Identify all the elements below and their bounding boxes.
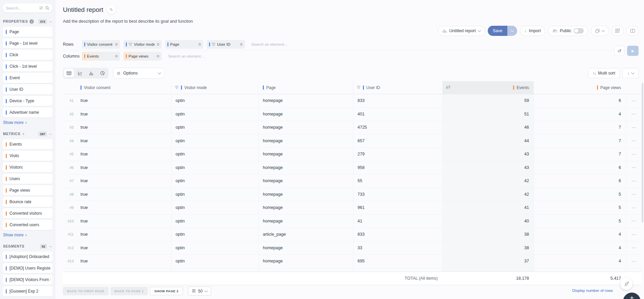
chip-visitor-consent[interactable]: Visitor consent⚙ (82, 40, 120, 49)
sidebar-item-adoption-onboarded-us[interactable]: [Adoption] Onboarded us... (3, 252, 52, 262)
chip-events[interactable]: Events⚙ (82, 52, 120, 61)
save-options-button[interactable] (507, 26, 517, 36)
filter-sliders-icon[interactable] (39, 6, 43, 10)
sidebar-item-click-1st-level[interactable]: Click - 1st level (3, 61, 52, 71)
chip-page-views[interactable]: Page views⚙ (123, 52, 162, 61)
gear-icon[interactable]: ⚙ (198, 42, 201, 47)
sidebar-item-user-id[interactable]: User ID (3, 84, 52, 94)
report-selector[interactable]: Untitled report (438, 26, 485, 36)
sidebar-item-events[interactable]: Events (3, 139, 52, 149)
rows-search-input[interactable]: Search an element... (251, 42, 287, 46)
back-to-page-1-button[interactable]: BACK TO PAGE 1 (111, 287, 148, 295)
table-row[interactable]: #6trueoptinhomepage958436⋯ (63, 161, 641, 174)
save-button[interactable]: Save (488, 26, 508, 36)
table-row[interactable]: #10trueoptinhomepage41405⋯ (63, 214, 641, 228)
table-row[interactable]: #13trueoptinhomepage695374⋯ (63, 254, 641, 268)
sidebar-item-device-type[interactable]: Device - Type (3, 96, 52, 106)
row-menu-button[interactable]: ⋯ (626, 201, 641, 214)
gear-icon[interactable]: ⚙ (156, 54, 160, 59)
show-page-2-button[interactable]: SHOW PAGE 2 (150, 287, 183, 295)
table-view-button[interactable] (64, 69, 74, 78)
table-row[interactable]: #1trueoptinhomepage833596⋯ (63, 94, 641, 107)
row-menu-button[interactable]: ⋯ (626, 94, 641, 107)
table-row[interactable]: #7trueoptinhomepage55426⋯ (63, 174, 641, 188)
col-header-visitor-mode[interactable]: Visitor mode (171, 81, 258, 94)
row-menu-button[interactable]: ⋯ (626, 255, 641, 268)
gear-icon[interactable]: ⚙ (239, 42, 243, 47)
row-menu-button[interactable]: ⋯ (626, 148, 641, 161)
vertical-scrollbar[interactable] (642, 83, 643, 222)
gear-icon[interactable]: ⚙ (115, 54, 118, 59)
row-menu-button[interactable]: ⋯ (626, 215, 641, 228)
show-more-link[interactable]: Show more› (3, 120, 52, 125)
pie-chart-view-button[interactable] (97, 69, 108, 78)
options-dropdown[interactable]: ⚙ Options (113, 68, 164, 79)
search-icon[interactable] (45, 6, 49, 10)
table-row[interactable]: #2trueoptinhomepage401514⋯ (63, 107, 641, 121)
sidebar-item-click[interactable]: Click (3, 50, 52, 60)
back-to-first-page-button[interactable]: BACK TO FIRST PAGE (63, 287, 109, 295)
row-menu-button[interactable]: ⋯ (626, 161, 641, 174)
sidebar-item-demo-users-registered[interactable]: [DEMO] Users Registered (3, 263, 52, 273)
table-row[interactable]: #11trueoptinarticle_page833384⋯ (63, 228, 641, 241)
info-icon[interactable]: i (29, 19, 34, 24)
edit-title-button[interactable]: ✎ (107, 5, 116, 14)
sidebar-item-page-views[interactable]: Page views (3, 185, 52, 195)
sidebar-item-converted-users[interactable]: Converted users (3, 220, 52, 230)
table-row[interactable]: #12trueoptinhomepage33384⋯ (63, 241, 641, 255)
page-size-dropdown[interactable]: 50 (188, 286, 211, 296)
sidebar-item-event[interactable]: Event (3, 73, 52, 83)
import-button[interactable]: ↓ Import (520, 26, 545, 36)
collapse-icon[interactable]: – (49, 19, 52, 24)
add-fab-button[interactable]: + (623, 293, 641, 299)
table-row[interactable]: #9trueoptinhomepage961415⋯ (63, 201, 641, 214)
row-menu-button[interactable]: ⋯ (626, 108, 641, 121)
sidebar-search-input[interactable]: Search... (3, 3, 52, 13)
col-header-page[interactable]: Page (258, 81, 353, 94)
display-number-of-rows-link[interactable]: Display number of rows (572, 289, 613, 293)
collapse-icon[interactable]: – (49, 131, 52, 136)
row-menu-button[interactable]: ⋯ (626, 188, 641, 201)
chip-user-id[interactable]: User ID⚙ (207, 40, 245, 49)
add-to-dashboard-button[interactable] (612, 26, 624, 36)
collapse-icon[interactable]: – (49, 244, 52, 249)
sidebar-item-advertiser-name[interactable]: Advertiser name (3, 107, 52, 118)
line-chart-view-button[interactable] (75, 69, 85, 78)
sidebar-item-users[interactable]: Users (3, 174, 52, 184)
row-menu-button[interactable]: ⋯ (626, 268, 641, 272)
public-toggle[interactable] (574, 28, 584, 34)
sidebar-item-visitors[interactable]: Visitors (3, 162, 52, 172)
sidebar-item-page[interactable]: Page (3, 27, 52, 37)
columns-search-input[interactable]: Search an element... (168, 54, 204, 58)
docs-button[interactable] (626, 26, 639, 36)
sidebar-item-converted-visitors[interactable]: Converted visitors (3, 208, 52, 218)
sort-direction-dropdown[interactable]: ↓ (622, 68, 639, 78)
run-query-button[interactable]: ▶ (627, 46, 639, 56)
col-header-events[interactable]: Events (442, 81, 534, 94)
sidebar-item-bounce-rate[interactable]: Bounce rate (3, 197, 52, 207)
row-menu-button[interactable]: ⋯ (626, 121, 641, 134)
table-row[interactable]: #4trueoptinhomepage657447⋯ (63, 134, 641, 148)
table-row[interactable]: #14trueoptinhomepage740354⋯ (63, 268, 641, 272)
col-header-user-id[interactable]: User ID (353, 81, 442, 94)
gear-icon[interactable]: ⚙ (115, 42, 118, 47)
undo-button[interactable]: ↺ (614, 46, 624, 56)
chip-page[interactable]: Page⚙ (165, 40, 203, 49)
sidebar-item-demo-visitors-from-feat[interactable]: [DEMO] Visitors From Feat... (3, 275, 52, 285)
chip-visitor-mode[interactable]: Visitor mode⚙ (123, 40, 162, 49)
col-header-visitor-consent[interactable]: Visitor consent (76, 81, 171, 94)
multi-sort-button[interactable]: ↑↓ Multi sort (588, 68, 620, 78)
sidebar-item-guowen-exp-2[interactable]: [Guowen] Exp 2 (3, 286, 52, 296)
add-icon[interactable]: + (22, 131, 25, 136)
show-more-link[interactable]: Show more› (3, 232, 52, 237)
row-menu-button[interactable]: ⋯ (626, 228, 641, 241)
gear-icon[interactable]: ⚙ (156, 42, 160, 47)
row-menu-button[interactable]: ⋯ (626, 241, 641, 255)
duplicate-button[interactable] (591, 26, 609, 36)
table-row[interactable]: #5trueoptinhomepage279437⋯ (63, 147, 641, 161)
col-header-page-views[interactable]: Page views (534, 81, 626, 94)
table-row[interactable]: #3trueoptinhomepage4725467⋯ (63, 121, 641, 134)
table-row[interactable]: #8trueoptinhomepage733425⋯ (63, 188, 641, 201)
row-menu-button[interactable]: ⋯ (626, 174, 641, 188)
row-menu-button[interactable]: ⋯ (626, 134, 641, 148)
